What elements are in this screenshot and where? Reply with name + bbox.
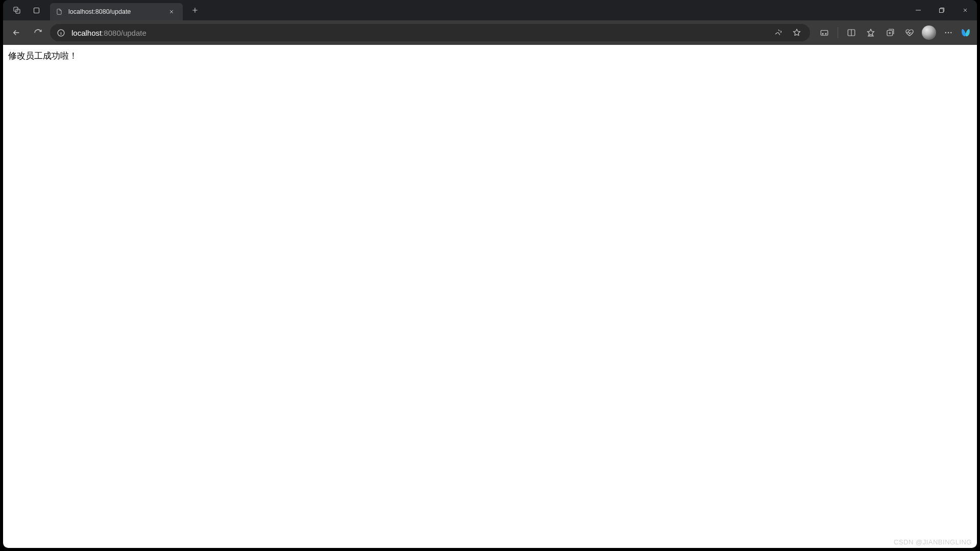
maximize-button[interactable] <box>930 0 953 20</box>
tab-actions-button[interactable] <box>28 2 45 19</box>
more-icon <box>944 28 953 37</box>
svg-point-10 <box>945 32 946 33</box>
more-button[interactable] <box>939 23 958 42</box>
profile-avatar[interactable] <box>922 26 936 40</box>
split-screen-button[interactable] <box>842 23 861 42</box>
favorite-button[interactable] <box>789 24 805 41</box>
plus-icon <box>191 7 199 14</box>
heart-pulse-icon <box>905 28 914 37</box>
titlebar-left <box>3 2 45 19</box>
copilot-icon <box>960 27 972 39</box>
tab-close-button[interactable] <box>166 7 177 17</box>
back-button[interactable] <box>7 23 26 42</box>
svg-rect-3 <box>940 9 944 13</box>
arrow-left-icon <box>12 28 21 37</box>
close-icon <box>962 7 968 13</box>
favorites-button[interactable] <box>862 23 880 42</box>
separator <box>838 27 838 38</box>
minimize-icon <box>915 7 921 13</box>
toolbar-right <box>813 23 973 42</box>
screenshot-icon <box>820 28 829 37</box>
minimize-button[interactable] <box>906 0 930 20</box>
browser-window: localhost:8080/update <box>3 0 977 548</box>
url-path: :8080/update <box>102 29 146 37</box>
favorites-icon <box>866 28 875 37</box>
browser-essentials-button[interactable] <box>900 23 919 42</box>
site-info-button[interactable] <box>55 27 66 38</box>
page-content: 修改员工成功啦！ CSDN @JIANBINGLING <box>3 45 977 548</box>
close-icon <box>168 9 175 15</box>
svg-rect-2 <box>34 8 39 13</box>
file-icon <box>55 8 63 16</box>
browser-tab[interactable]: localhost:8080/update <box>50 3 183 20</box>
svg-point-11 <box>948 32 949 33</box>
url-host: localhost <box>71 29 102 37</box>
window-controls <box>906 0 977 20</box>
info-icon <box>57 29 65 37</box>
tab-square-icon <box>33 7 40 14</box>
titlebar: localhost:8080/update <box>3 0 977 20</box>
collections-button[interactable] <box>881 23 899 42</box>
svg-rect-5 <box>821 31 828 36</box>
svg-point-6 <box>822 33 823 34</box>
screenshot-button[interactable] <box>815 23 834 42</box>
toolbar: localhost:8080/update <box>3 20 977 45</box>
tab-title: localhost:8080/update <box>68 8 161 15</box>
new-tab-button[interactable] <box>187 2 203 18</box>
refresh-icon <box>34 29 42 37</box>
split-screen-icon <box>847 28 856 37</box>
svg-point-12 <box>950 32 951 33</box>
collections-icon <box>886 28 895 37</box>
workspaces-button[interactable] <box>8 2 26 19</box>
workspaces-icon <box>13 6 21 14</box>
star-icon <box>792 28 801 37</box>
copilot-button[interactable] <box>959 26 973 40</box>
refresh-button[interactable] <box>29 23 47 42</box>
close-window-button[interactable] <box>953 0 977 20</box>
addressbar-right <box>770 24 805 41</box>
read-aloud-button[interactable] <box>770 24 787 41</box>
watermark: CSDN @JIANBINGLING <box>894 538 972 546</box>
url-text: localhost:8080/update <box>71 29 765 37</box>
read-aloud-icon <box>774 28 783 37</box>
address-bar[interactable]: localhost:8080/update <box>50 24 810 41</box>
svg-point-7 <box>825 33 826 34</box>
success-message: 修改员工成功啦！ <box>8 50 972 62</box>
maximize-icon <box>939 7 945 13</box>
